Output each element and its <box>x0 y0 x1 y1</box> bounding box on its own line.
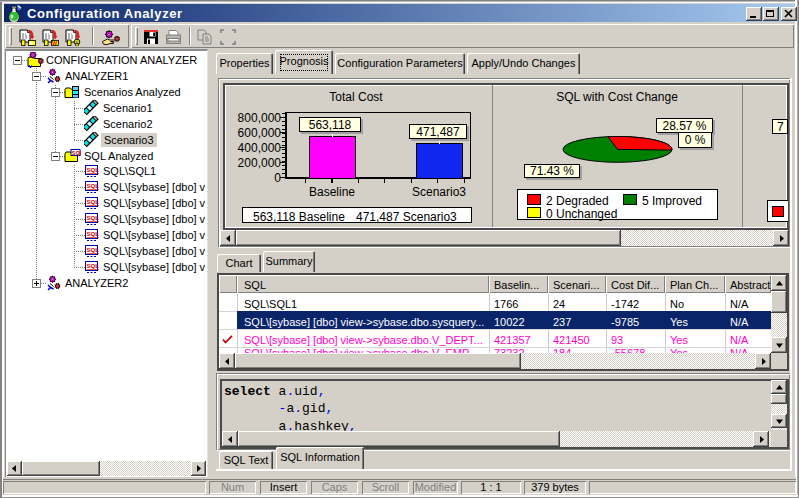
svg-text:W: W <box>52 40 58 46</box>
